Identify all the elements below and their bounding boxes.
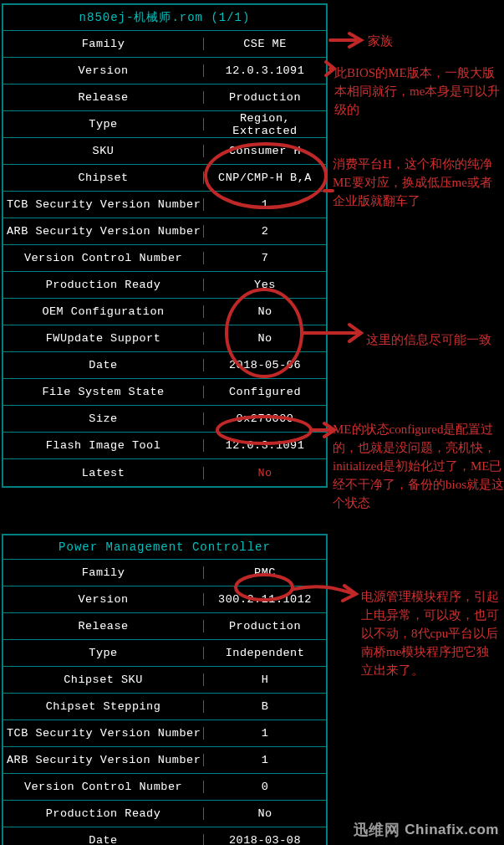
me-row: Size0x276000 [3,406,326,433]
me-row: Version Control Number7 [3,245,326,272]
me-row: Date2018-05-06 [3,352,326,379]
row-label: TCB Security Version Number [3,727,204,740]
pmc-row: TCB Security Version Number1 [3,720,326,747]
row-label: Date [3,359,204,371]
row-value: 12.0.3.1091 [204,439,326,452]
row-value: Configured [204,386,326,398]
row-label: TCB Security Version Number [3,198,204,211]
row-value: No [204,467,326,479]
me-row: LatestNo [3,459,326,486]
row-label: Release [3,91,204,104]
table1-header: n850ej-机械师.rom (1/1) [3,5,326,31]
pmc-info-table: Power Management Controller FamilyPMCVer… [2,534,328,845]
pmc-row: Date2018-03-08 [3,827,326,845]
annotation-sku: 消费平台H，这个和你的纯净ME要对应，换成低压me或者企业版就翻车了 [333,155,504,210]
me-row: File System StateConfigured [3,379,326,406]
annotation-family: 家族 [368,32,393,50]
me-row: FWUpdate SupportNo [3,325,326,352]
me-row: FamilyCSE ME [3,31,326,58]
me-row: OEM ConfigurationNo [3,299,326,325]
row-value: 300.2.11.1012 [204,593,326,606]
row-value: No [204,305,326,318]
row-value: 1 [204,754,326,766]
row-label: ARB Security Version Number [3,225,204,238]
row-label: Flash Image Tool [3,439,204,452]
row-label: Family [3,566,204,579]
row-value: H [204,673,326,686]
row-value: CNP/CMP-H B,A [204,172,326,184]
row-label: OEM Configuration [3,305,204,318]
row-label: ARB Security Version Number [3,754,204,766]
pmc-row: ARB Security Version Number1 [3,747,326,774]
row-label: Version [3,64,204,77]
row-label: SKU [3,145,204,157]
pmc-row: Production ReadyNo [3,801,326,827]
pmc-row: Chipset SKUH [3,667,326,694]
row-value: No [204,332,326,345]
me-row: TypeRegion, Extracted [3,111,326,138]
row-label: Type [3,647,204,659]
row-value: Consumer H [204,145,326,157]
row-value: CSE ME [204,38,326,50]
row-value: Production [204,620,326,632]
me-row: TCB Security Version Number1 [3,192,326,218]
me-row: ChipsetCNP/CMP-H B,A [3,165,326,192]
pmc-row: FamilyPMC [3,560,326,586]
row-label: FWUpdate Support [3,332,204,345]
pmc-row: Chipset SteppingB [3,694,326,720]
row-label: Date [3,834,204,845]
row-value: Production [204,91,326,104]
row-value: Region, Extracted [204,112,326,137]
row-value: 2018-03-08 [204,834,326,845]
watermark: 迅维网 Chinafix.com [354,820,499,840]
me-row: ReleaseProduction [3,84,326,111]
row-label: Chipset Stepping [3,700,204,713]
row-value: Yes [204,279,326,291]
row-value: B [204,700,326,713]
row-value: 0 [204,781,326,793]
row-value: 0x276000 [204,412,326,425]
row-value: Independent [204,647,326,659]
pmc-row: Version300.2.11.1012 [3,586,326,613]
me-row: Production ReadyYes [3,272,326,299]
annotation-pmc: 电源管理模块程序，引起上电异常，可以改，也可以不动，8代cpu平台以后南桥me模… [361,587,499,679]
row-label: Latest [3,467,204,479]
row-label: Chipset [3,172,204,184]
me-row: ARB Security Version Number2 [3,218,326,245]
row-value: 2018-05-06 [204,359,326,371]
me-info-table: n850ej-机械师.rom (1/1) FamilyCSE MEVersion… [2,3,328,488]
row-value: 1 [204,727,326,740]
row-label: File System State [3,386,204,398]
row-value: PMC [204,566,326,579]
row-value: 2 [204,225,326,238]
annotation-configured: ME的状态configured是配置过的，也就是没问题，亮机快，initiali… [333,420,504,512]
annotation-version: 此BIOS的ME版本，一般大版本相同就行，me本身是可以升级的 [334,64,501,119]
row-label: Size [3,412,204,425]
me-row: SKUConsumer H [3,138,326,165]
pmc-row: ReleaseProduction [3,613,326,640]
row-value: 1 [204,198,326,211]
annotation-consistency: 这里的信息尽可能一致 [366,330,491,349]
row-value: 7 [204,252,326,264]
row-label: Production Ready [3,279,204,291]
pmc-row: TypeIndependent [3,640,326,667]
row-label: Type [3,118,204,131]
pmc-row: Version Control Number0 [3,774,326,801]
me-row: Flash Image Tool12.0.3.1091 [3,433,326,459]
watermark-domain: Chinafix.com [405,822,499,838]
row-label: Production Ready [3,807,204,820]
row-label: Version Control Number [3,781,204,793]
row-label: Release [3,620,204,632]
me-row: Version12.0.3.1091 [3,58,326,84]
row-value: No [204,807,326,820]
watermark-zh: 迅维网 [354,820,400,840]
table2-header: Power Management Controller [3,535,326,560]
row-label: Version Control Number [3,252,204,264]
row-label: Chipset SKU [3,673,204,686]
row-label: Version [3,593,204,606]
row-value: 12.0.3.1091 [204,64,326,77]
row-label: Family [3,38,204,50]
